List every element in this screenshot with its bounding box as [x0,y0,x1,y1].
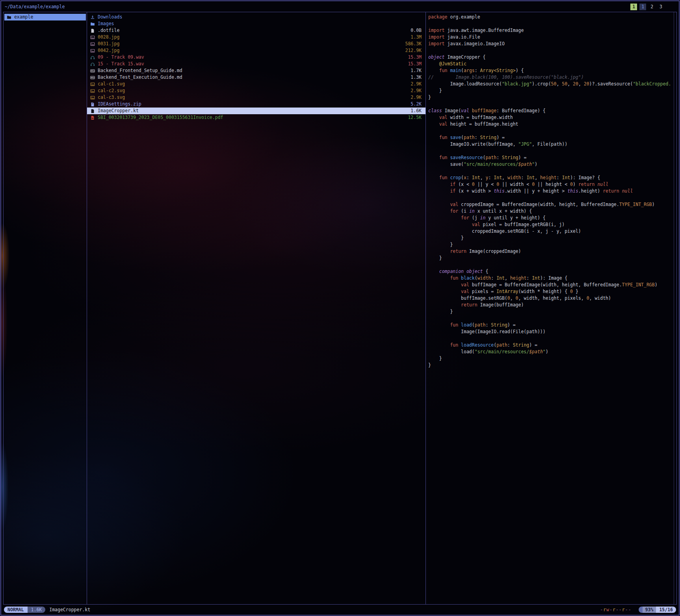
status-right: -rw-r--r-- 93% 15/16 [600,607,676,613]
file-size-badge: 1.6K [28,607,46,613]
code-line [428,168,676,174]
code-line: fun save(path: String) = [428,134,676,141]
file-name: 0042.jpg [98,47,402,54]
code-line: @JvmStatic [428,61,676,67]
file-name: .dotfile [98,27,407,34]
code-line: object ImageCropper { [428,54,676,61]
file-row[interactable]: 0031.jpg586.3K [87,41,425,47]
sidebar-item-example[interactable]: example [4,14,86,20]
file-row[interactable]: Downloads [87,14,425,20]
file-row[interactable]: cal-c3.svg2.9K [87,94,425,101]
file-name: cal-c1.svg [98,81,407,87]
code-line [428,335,676,342]
file-row[interactable]: 15 - Track 15.wav15.3M [87,61,425,67]
file-row[interactable]: SBI_0032013739_2023_DE05_0003155631Invoi… [87,114,425,121]
code-line: val pixel = buffImage.getRGB(i, j) [428,221,676,228]
tab-1[interactable]: 1 [639,4,646,10]
file-size: 1.7K [411,67,422,74]
cursor-position: 15/16 [656,607,676,613]
code-line: companion object { [428,268,676,275]
image-icon [90,42,95,46]
code-line [428,20,676,27]
file-row[interactable]: Backend_Frontend_Setup_Guide.md1.7K [87,67,425,74]
terminal-window: ~/Data/example/example 1 123 example Dow… [0,0,680,616]
file-name: Downloads [98,14,418,20]
folder-icon [7,15,11,20]
audio-icon [90,55,95,60]
folder-icon [90,22,95,26]
tab-2[interactable]: 2 [648,4,655,10]
code-line [428,47,676,54]
file-row[interactable]: 0042.jpg212.9K [87,47,425,54]
permissions-text: -rw-r--r-- [600,607,631,613]
file-name: 09 - Track 09.wav [98,54,405,61]
file-size: 212.9K [405,47,422,54]
file-row[interactable]: cal-c1.svg2.9K [87,81,425,87]
file-list-pane: DownloadsImages.dotfile0.0B0028.jpg1.3M0… [87,12,426,604]
file-size: 0.0B [411,27,422,34]
code-preview-pane: package org.example import java.awt.imag… [426,12,676,604]
code-line: fun loadResource(path: String) = [428,342,676,349]
code-line: } [428,241,676,248]
image-icon [90,35,95,40]
code-line [428,148,676,154]
code-line: } [428,94,676,101]
image-icon [90,82,95,87]
pdf-icon [90,115,95,120]
file-name: SBI_0032013739_2023_DE05_0003155631Invoi… [98,114,405,121]
file-name: 0031.jpg [98,41,402,47]
code-line: val croppedImage = BufferedImage(width, … [428,201,676,208]
code-line: load("src/main/resources/$path") [428,349,676,355]
file-name: 15 - Track 15.wav [98,61,405,67]
code-line: croppedImage.setRGB(i - x, j - y, pixel) [428,228,676,235]
markdown-icon [90,75,95,80]
top-bar: ~/Data/example/example 1 123 [5,2,675,11]
code-line [428,101,676,108]
file-row[interactable]: IDEAsettings.zip5.2K [87,101,425,108]
code-line: buffImage.setRGB(0, 0, width, height, pi… [428,295,676,302]
code-line: return Image(croppedImage) [428,248,676,255]
file-row[interactable]: 09 - Track 09.wav15.3M [87,54,425,61]
file-size: 12.5K [408,114,422,121]
breadcrumb-path: ~/Data/example/example [5,4,65,10]
code-line: fun load(path: String) = [428,322,676,328]
file-name: IDEAsettings.zip [98,101,407,108]
code-line: for (i in x until x + width) { [428,208,676,215]
file-size: 15.3M [408,54,422,61]
status-pill-cap [639,607,643,613]
mode-badge: NORMAL [4,607,28,613]
preview-scrollbar[interactable] [674,12,674,604]
code-line [428,315,676,322]
file-size: 1.3K [411,74,422,81]
tab-3[interactable]: 3 [658,4,664,10]
file-name: cal-c2.svg [98,87,407,94]
code-line: fun main(args: Array<String>) { [428,67,676,74]
code-line: val height = buffImage.height [428,121,676,128]
file-name: Backend_Test_Execution_Guide.md [98,74,407,81]
sidebar-item-label: example [11,14,33,20]
file-row[interactable]: Images [87,20,425,27]
file-size: 5.2K [411,101,422,108]
file-row[interactable]: .dotfile0.0B [87,27,425,34]
code-line: save("src/main/resources/$path") [428,161,676,168]
code-line: val buffImage = BufferedImage(width, hei… [428,282,676,288]
file-row[interactable]: cal-c2.svg2.9K [87,87,425,94]
code-line: } [428,235,676,241]
file-row[interactable]: 0028.jpg1.3M [87,34,425,41]
code-line: } [428,87,676,94]
file-size: 15.3M [408,61,422,67]
file-row[interactable]: ImageCropper.kt1.6K [87,108,425,114]
file-name: Backend_Frontend_Setup_Guide.md [98,67,407,74]
file-name: cal-c3.svg [98,94,407,101]
file-name: Images [98,20,418,27]
file-size: 1.3M [411,34,422,41]
file-size: 2.9K [411,81,422,87]
file-row[interactable]: Backend_Test_Execution_Guide.md1.3K [87,74,425,81]
tab-bar: 1 123 [630,2,664,11]
file-icon [90,28,95,33]
code-line: return Image(buffImage) [428,302,676,308]
image-icon [90,95,95,100]
code-line: ImageIO.write(buffImage, "JPG", File(pat… [428,141,676,148]
code-line: } [428,308,676,315]
status-filename: ImageCropper.kt [49,607,90,613]
